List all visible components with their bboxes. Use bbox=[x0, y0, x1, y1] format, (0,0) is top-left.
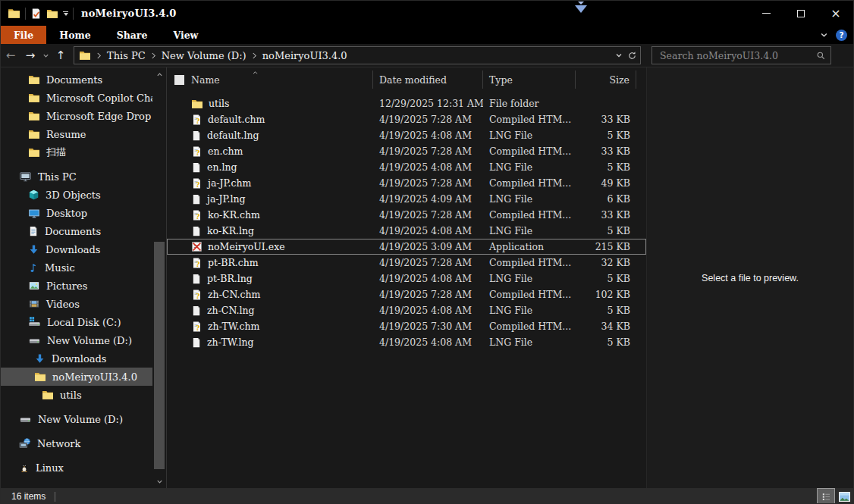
back-button[interactable]: ← bbox=[1, 49, 20, 62]
scroll-down-button[interactable] bbox=[152, 476, 166, 487]
navigation-pane: DocumentsMicrosoft Copilot Chat FMicroso… bbox=[1, 67, 152, 488]
tab-view[interactable]: View bbox=[160, 26, 211, 44]
size-cell: 6 KB bbox=[576, 193, 636, 205]
collapse-ribbon-button[interactable] bbox=[820, 31, 828, 39]
sidebar-item-downloads[interactable]: Downloads bbox=[1, 349, 152, 368]
file-chm-icon: ? bbox=[191, 114, 203, 126]
recent-locations-dropdown[interactable] bbox=[40, 52, 51, 59]
sidebar-item-label: This PC bbox=[38, 171, 77, 183]
sidebar-item-pictures[interactable]: Pictures bbox=[1, 277, 152, 295]
folder-window-icon[interactable] bbox=[8, 7, 20, 20]
file-row[interactable]: zh-TW.lng4/19/2025 4:08 AMLNG File5 KB bbox=[167, 334, 646, 350]
thumbnails-view-button[interactable] bbox=[835, 488, 853, 504]
status-bar: 16 items bbox=[1, 488, 853, 504]
file-row[interactable]: ?pt-BR.chm4/19/2025 7:28 AMCompiled HTM.… bbox=[167, 255, 646, 271]
search-box bbox=[651, 46, 831, 64]
sidebar-item-label: New Volume (D:) bbox=[47, 335, 132, 346]
sidebar-item-downloads[interactable]: Downloads bbox=[1, 240, 152, 258]
sidebar-item-utils[interactable]: utils bbox=[1, 386, 152, 404]
file-chm-icon: ? bbox=[191, 321, 203, 333]
ribbon-right-controls: ? bbox=[820, 26, 853, 44]
file-row[interactable]: ?default.chm4/19/2025 7:28 AMCompiled HT… bbox=[167, 111, 646, 127]
breadcrumb-item[interactable]: New Volume (D:) bbox=[162, 50, 246, 61]
minimize-button[interactable] bbox=[749, 1, 783, 26]
search-input[interactable] bbox=[658, 49, 816, 62]
scrollbar-thumb[interactable] bbox=[154, 242, 165, 469]
sidebar-item-local-disk-c-[interactable]: Local Disk (C:) bbox=[1, 313, 152, 331]
sidebar-item-linux[interactable]: Linux bbox=[1, 459, 152, 477]
address-folder-icon bbox=[79, 49, 91, 61]
date-modified-cell: 4/19/2025 4:09 AM bbox=[373, 193, 483, 205]
date-modified-cell: 4/19/2025 4:08 AM bbox=[373, 225, 483, 236]
file-row[interactable]: ?zh-CN.chm4/19/2025 7:28 AMCompiled HTM.… bbox=[167, 286, 646, 302]
sidebar-item-videos[interactable]: Videos bbox=[1, 295, 152, 313]
properties-check-icon[interactable] bbox=[30, 8, 42, 20]
column-header-size[interactable]: Size bbox=[576, 70, 636, 89]
file-row[interactable]: en.lng4/19/2025 4:08 AMLNG File5 KB bbox=[167, 159, 646, 175]
address-dropdown-button[interactable] bbox=[615, 52, 623, 59]
sidebar-item-label: New Volume (D:) bbox=[38, 414, 123, 425]
scroll-up-button[interactable] bbox=[152, 69, 166, 80]
sidebar-item-microsoft-edge-drop-file[interactable]: Microsoft Edge Drop File bbox=[1, 107, 152, 125]
file-name: pt-BR.lng bbox=[207, 273, 253, 284]
file-row[interactable]: default.lng4/19/2025 4:08 AMLNG File5 KB bbox=[167, 127, 646, 143]
maximize-button[interactable] bbox=[783, 1, 818, 26]
file-row[interactable]: ?ja-JP.chm4/19/2025 7:28 AMCompiled HTM.… bbox=[167, 175, 646, 191]
chevron-down-icon bbox=[156, 478, 163, 485]
sidebar-item-new-volume-d-[interactable]: New Volume (D:) bbox=[1, 331, 152, 349]
details-view-button[interactable] bbox=[817, 488, 835, 504]
type-cell: Compiled HTM... bbox=[483, 209, 576, 221]
sidebar-item-network[interactable]: Network bbox=[1, 434, 152, 452]
column-header-date-modified[interactable]: Date modified bbox=[373, 70, 483, 89]
up-button[interactable]: ↑ bbox=[51, 49, 71, 62]
close-button[interactable]: × bbox=[818, 1, 853, 26]
file-row[interactable]: pt-BR.lng4/19/2025 4:08 AMLNG File5 KB bbox=[167, 271, 646, 286]
sidebar-item-documents[interactable]: Documents bbox=[1, 222, 152, 240]
refresh-button[interactable] bbox=[627, 51, 637, 61]
sidebar-scrollbar[interactable] bbox=[152, 67, 166, 488]
address-bar[interactable]: This PCNew Volume (D:)noMeiryoUI3.4.0 bbox=[74, 46, 641, 64]
file-row[interactable]: ?en.chm4/19/2025 7:28 AMCompiled HTM...3… bbox=[167, 143, 646, 159]
new-folder-icon[interactable] bbox=[46, 8, 58, 20]
column-header-type[interactable]: Type bbox=[483, 70, 576, 89]
breadcrumb-item[interactable]: noMeiryoUI3.4.0 bbox=[262, 50, 347, 61]
file-row[interactable]: ja-JP.lng4/19/2025 4:09 AMLNG File6 KB bbox=[167, 191, 646, 207]
sidebar-item-label: Documents bbox=[45, 226, 101, 237]
sidebar-item-microsoft-copilot-chat-f[interactable]: Microsoft Copilot Chat F bbox=[1, 89, 152, 107]
search-icon[interactable] bbox=[816, 51, 826, 61]
tab-share[interactable]: Share bbox=[104, 26, 161, 44]
folder-icon bbox=[28, 128, 40, 140]
blue-caret-artifact bbox=[574, 1, 588, 13]
file-row[interactable]: ko-KR.lng4/19/2025 4:08 AMLNG File5 KB bbox=[167, 223, 646, 239]
file-row[interactable]: zh-CN.lng4/19/2025 4:08 AMLNG File5 KB bbox=[167, 302, 646, 318]
file-name: pt-BR.chm bbox=[208, 257, 259, 268]
file-row[interactable]: noMeiryoUI.exe4/19/2025 3:09 AMApplicati… bbox=[167, 239, 646, 255]
sidebar-item-3d-objects[interactable]: 3D Objects bbox=[1, 186, 152, 204]
column-header-name[interactable]: Name bbox=[167, 70, 373, 89]
file-lng-icon bbox=[191, 225, 202, 237]
sidebar-item-resume[interactable]: Resume bbox=[1, 125, 152, 143]
sidebar-item-new-volume-d-[interactable]: New Volume (D:) bbox=[1, 410, 152, 428]
preview-pane: Select a file to preview. bbox=[646, 67, 853, 488]
sidebar-item-this-pc[interactable]: This PC bbox=[1, 167, 152, 186]
sidebar-item-documents[interactable]: Documents bbox=[1, 70, 152, 89]
help-button[interactable]: ? bbox=[836, 30, 847, 41]
forward-button[interactable]: → bbox=[20, 49, 40, 62]
tab-file[interactable]: File bbox=[1, 26, 46, 44]
sidebar-item-label: Music bbox=[45, 262, 75, 274]
file-row[interactable]: utils12/29/2025 12:31 AMFile folder bbox=[167, 95, 646, 111]
sidebar-item-desktop[interactable]: Desktop bbox=[1, 204, 152, 222]
sidebar-item-music[interactable]: Music bbox=[1, 258, 152, 277]
date-modified-cell: 4/19/2025 7:28 AM bbox=[373, 209, 483, 221]
file-name-cell: ?default.chm bbox=[167, 114, 373, 126]
select-all-checkbox[interactable] bbox=[174, 75, 184, 85]
breadcrumb-item[interactable]: This PC bbox=[107, 50, 146, 61]
tab-home[interactable]: Home bbox=[46, 26, 103, 44]
items-count: 16 items bbox=[11, 491, 46, 502]
file-row[interactable]: ?zh-TW.chm4/19/2025 7:30 AMCompiled HTM.… bbox=[167, 318, 646, 334]
qat-dropdown-icon[interactable] bbox=[63, 11, 68, 16]
file-name-cell: ?ko-KR.chm bbox=[167, 209, 373, 221]
file-row[interactable]: ?ko-KR.chm4/19/2025 7:28 AMCompiled HTM.… bbox=[167, 207, 646, 223]
sidebar-item-扫描[interactable]: 扫描 bbox=[1, 143, 152, 161]
sidebar-item-nomeiryoui3-4-0[interactable]: noMeiryoUI3.4.0 bbox=[1, 368, 152, 386]
